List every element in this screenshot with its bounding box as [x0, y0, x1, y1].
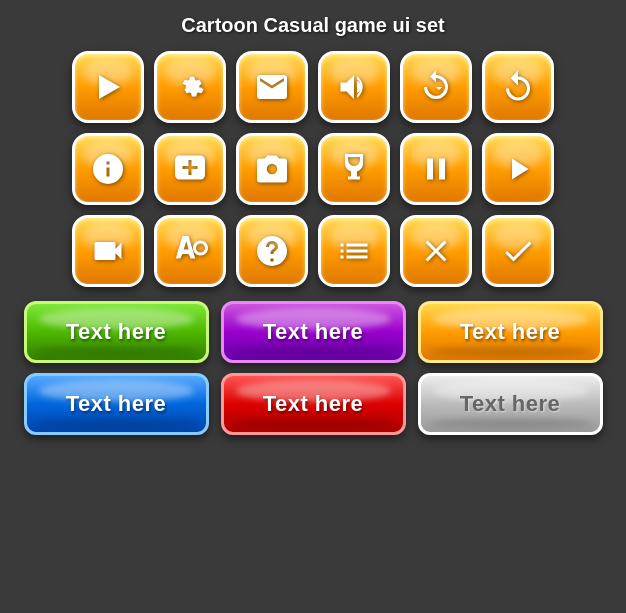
arrow-right-button[interactable]: [482, 133, 554, 205]
blue-button[interactable]: Text here: [24, 373, 209, 435]
gamepad-button[interactable]: [154, 133, 226, 205]
question-button[interactable]: [236, 215, 308, 287]
list-button[interactable]: [318, 215, 390, 287]
purple-button[interactable]: Text here: [221, 301, 406, 363]
button-row-1: Text here Text here Text here: [24, 301, 603, 363]
svg-marker-0: [99, 75, 120, 99]
icon-grid: [72, 51, 554, 287]
gray-button[interactable]: Text here: [418, 373, 603, 435]
orange-button[interactable]: Text here: [418, 301, 603, 363]
refresh-button[interactable]: [400, 51, 472, 123]
play-button[interactable]: [72, 51, 144, 123]
pause-button[interactable]: [400, 133, 472, 205]
green-button[interactable]: Text here: [24, 301, 209, 363]
icon-row-1: [72, 51, 554, 123]
rotate-button[interactable]: [482, 51, 554, 123]
gear-button[interactable]: [154, 51, 226, 123]
video-button[interactable]: [72, 215, 144, 287]
volume-button[interactable]: [318, 51, 390, 123]
trophy-button[interactable]: [318, 133, 390, 205]
icon-row-2: [72, 133, 554, 205]
info-button[interactable]: [72, 133, 144, 205]
mail-button[interactable]: [236, 51, 308, 123]
icon-row-3: [72, 215, 554, 287]
button-row-2: Text here Text here Text here: [24, 373, 603, 435]
page-title: Cartoon Casual game ui set: [181, 14, 444, 37]
close-button[interactable]: [400, 215, 472, 287]
check-button[interactable]: [482, 215, 554, 287]
red-button[interactable]: Text here: [221, 373, 406, 435]
cards-button[interactable]: [154, 215, 226, 287]
camera-button[interactable]: [236, 133, 308, 205]
